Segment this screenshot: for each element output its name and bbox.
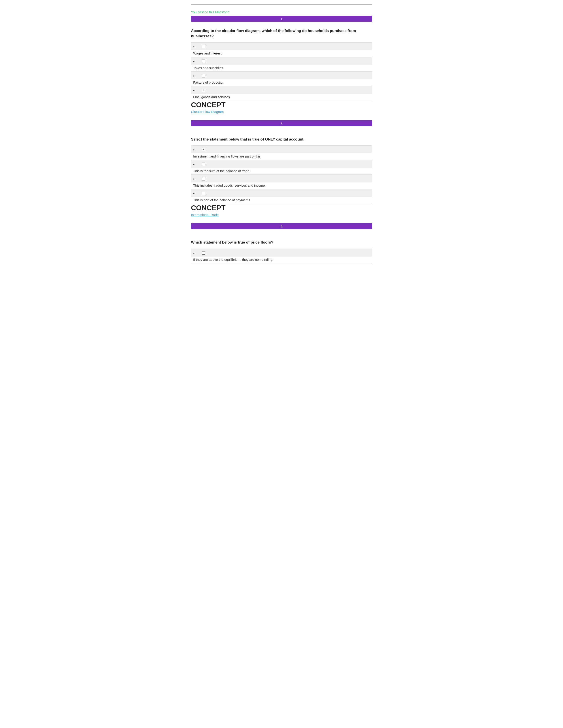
- concept-2: CONCEPT International Trade: [191, 204, 372, 217]
- question-1-text: According to the circular flow diagram, …: [191, 28, 372, 39]
- option-q2-2: • This is the sum of the balance of trad…: [191, 160, 372, 175]
- bullet-q1-2: •: [193, 58, 200, 64]
- option-q1-4: • Final goods and services: [191, 86, 372, 101]
- option-q2-2-text: This is the sum of the balance of trade.: [191, 168, 372, 174]
- option-q2-3: • This includes traded goods, services a…: [191, 175, 372, 189]
- option-q3-1: • If they are above the equilibrium, the…: [191, 249, 372, 263]
- concept-1-title: CONCEPT: [191, 101, 372, 109]
- concept-2-title: CONCEPT: [191, 204, 372, 212]
- checkbox-q2-1[interactable]: [202, 148, 205, 151]
- question-3-text: Which statement below is true of price f…: [191, 240, 372, 245]
- option-q1-3-text: Factors of production: [191, 79, 372, 86]
- option-q2-4-check-row: •: [191, 189, 372, 197]
- option-q1-2: • Taxes and subsidies: [191, 57, 372, 72]
- top-divider: [191, 4, 372, 5]
- option-q1-4-check-row: •: [191, 86, 372, 94]
- checkbox-q1-3[interactable]: [202, 74, 205, 77]
- concept-2-link[interactable]: International Trade: [191, 213, 372, 217]
- checkbox-q2-4[interactable]: [202, 192, 205, 195]
- question-2: Select the statement below that is true …: [191, 137, 372, 217]
- question-1: According to the circular flow diagram, …: [191, 28, 372, 114]
- option-q3-1-text: If they are above the equilibrium, they …: [191, 257, 372, 263]
- question-2-options: • Investment and financing flows are par…: [191, 145, 372, 204]
- option-q2-4-text: This is part of the balance of payments.: [191, 197, 372, 204]
- question-2-text: Select the statement below that is true …: [191, 137, 372, 142]
- milestone-bar-3: 3: [191, 223, 372, 229]
- option-q3-1-check-row: •: [191, 249, 372, 257]
- bullet-q2-2: •: [193, 161, 200, 167]
- milestone-bar-1: 1: [191, 16, 372, 22]
- concept-1-link[interactable]: Circular Flow Diagram: [191, 110, 372, 114]
- milestone-passed-text: You passed this Milestone: [191, 10, 372, 14]
- bullet-q1-4: •: [193, 88, 200, 93]
- milestone-section: You passed this Milestone 1: [191, 10, 372, 22]
- bullet-q2-3: •: [193, 176, 200, 182]
- bullet-q2-1: •: [193, 147, 200, 152]
- option-q2-3-text: This includes traded goods, services and…: [191, 182, 372, 189]
- checkbox-q1-1[interactable]: [202, 45, 205, 48]
- option-q1-3: • Factors of production: [191, 72, 372, 86]
- option-q1-3-check-row: •: [191, 72, 372, 79]
- question-1-options: • Wages and interest • Taxes and subsidi…: [191, 42, 372, 101]
- option-q1-1: • Wages and interest: [191, 43, 372, 57]
- milestone-bar-2: 2: [191, 120, 372, 126]
- checkbox-q2-2[interactable]: [202, 163, 205, 166]
- option-q2-4: • This is part of the balance of payment…: [191, 189, 372, 204]
- question-3: Which statement below is true of price f…: [191, 240, 372, 263]
- bullet-q1-3: •: [193, 73, 200, 79]
- option-q2-1: • Investment and financing flows are par…: [191, 146, 372, 160]
- option-q1-2-check-row: •: [191, 57, 372, 65]
- bullet-q3-1: •: [193, 250, 200, 256]
- checkbox-q3-1[interactable]: [202, 251, 205, 255]
- checkbox-q1-4[interactable]: [202, 89, 205, 92]
- option-q1-4-text: Final goods and services: [191, 94, 372, 101]
- option-q1-1-text: Wages and interest: [191, 50, 372, 57]
- option-q1-1-check-row: •: [191, 43, 372, 50]
- bullet-q2-4: •: [193, 191, 200, 196]
- checkbox-q2-3[interactable]: [202, 177, 205, 180]
- concept-1: CONCEPT Circular Flow Diagram: [191, 101, 372, 114]
- checkbox-q1-2[interactable]: [202, 60, 205, 63]
- bullet-q1-1: •: [193, 44, 200, 49]
- option-q2-2-check-row: •: [191, 160, 372, 168]
- question-3-options: • If they are above the equilibrium, the…: [191, 249, 372, 263]
- option-q1-2-text: Taxes and subsidies: [191, 65, 372, 71]
- option-q2-1-text: Investment and financing flows are part …: [191, 153, 372, 160]
- option-q2-3-check-row: •: [191, 175, 372, 182]
- option-q2-1-check-row: •: [191, 146, 372, 153]
